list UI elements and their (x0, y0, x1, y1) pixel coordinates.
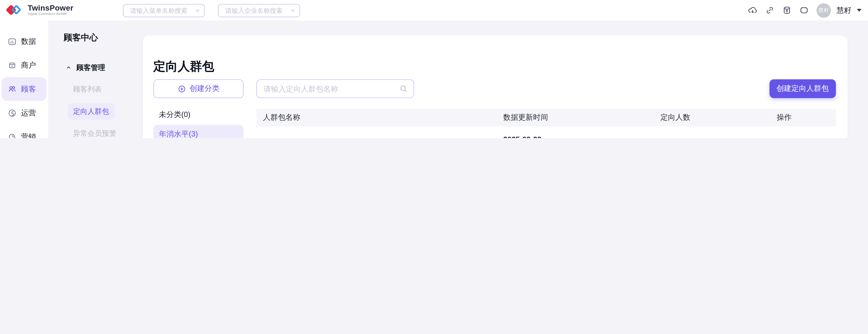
update-date: 2025-09-28 (503, 135, 654, 138)
coupon-icon[interactable] (799, 5, 809, 15)
topbar: TwinsPower Digital Commerce Builder (0, 0, 868, 21)
storefront-icon (8, 61, 17, 70)
sidebar-item-marketing[interactable]: 营销 (0, 125, 48, 138)
user-menu-caret-icon[interactable] (857, 9, 861, 12)
chevron-up-icon (66, 65, 71, 70)
create-pack-button[interactable]: 创建定向人群包 (769, 79, 836, 98)
create-category-button[interactable]: 创建分类 (153, 79, 244, 98)
category-item-active[interactable]: 年消水平(3) (153, 124, 244, 138)
brand-logo: TwinsPower Digital Commerce Builder (5, 2, 73, 18)
avatar[interactable]: 慧籽 (816, 3, 831, 18)
database-power-icon[interactable] (782, 5, 792, 15)
marketing-icon (8, 132, 17, 138)
submenu-item-label: 顾客列表 (73, 84, 102, 94)
table-row: vip私享会-年消5w以上 2025-09-28 01:37:03 41 详情 … (256, 127, 836, 138)
submenu-item-label: 定向人群包 (68, 103, 115, 120)
sidebar-item-label: 营销 (21, 132, 36, 138)
submenu-item-customer-list[interactable]: 顾客列表 (48, 79, 143, 101)
submenu-item-label: 异常会员预警 (73, 129, 116, 138)
link-icon[interactable] (765, 5, 774, 15)
column-header-updated: 数据更新时间 (497, 113, 654, 123)
chevron-down-icon (195, 7, 200, 13)
pack-search-input[interactable] (256, 79, 414, 98)
category-list: 未分类(0) 年消水平(3) 活动拉取(1) 等级会员(4) 消费力(3) 亲子… (153, 105, 244, 138)
column-header-name: 人群包名称 (256, 113, 497, 123)
sidebar-item-label: 数据 (21, 36, 36, 46)
primary-sidebar: 数据 商户 顾客 运营 营销 服务 商城 财务 (0, 21, 48, 138)
brand-name: TwinsPower (28, 4, 73, 12)
pack-search[interactable] (256, 79, 414, 98)
plus-circle-icon (178, 85, 186, 93)
bar-chart-icon (8, 37, 17, 46)
audience-pack-table: 人群包名称 数据更新时间 定向人数 操作 vip私享会-年消5w以上 2025-… (256, 109, 836, 138)
user-name[interactable]: 慧籽 (836, 5, 851, 16)
sidebar-item-label: 顾客 (21, 84, 36, 94)
submenu-title: 顾客中心 (48, 21, 143, 44)
create-category-label: 创建分类 (190, 84, 220, 94)
sidebar-item-label: 运营 (21, 108, 36, 118)
sidebar-item-label: 商户 (21, 60, 36, 70)
table-header-row: 人群包名称 数据更新时间 定向人数 操作 (256, 109, 836, 127)
submenu-group-label: 顾客管理 (76, 63, 105, 73)
sidebar-item-customer[interactable]: 顾客 (2, 77, 46, 101)
menu-search-input[interactable] (123, 4, 205, 17)
search-icon (399, 84, 408, 93)
main-content-card: 定向人群包 创建分类 创建定向人群包 未分类(0) 年消水平(3) 活动拉取(1… (143, 35, 848, 138)
sidebar-item-operations[interactable]: 运营 (0, 101, 48, 125)
menu-search-select[interactable] (123, 4, 205, 17)
sidebar-item-merchant[interactable]: 商户 (0, 53, 48, 77)
operations-icon (8, 109, 17, 117)
app-window: TwinsPower Digital Commerce Builder (0, 0, 868, 138)
cloud-download-icon[interactable] (748, 5, 757, 15)
secondary-sidebar: 顾客中心 顾客管理 顾客列表 定向人群包 异常会员预警 会员卡管理 会员卡制度 … (48, 21, 143, 138)
company-search-select[interactable] (218, 4, 300, 17)
submenu-item-abnormal-member-alert[interactable]: 异常会员预警 (48, 122, 143, 138)
company-search-input[interactable] (218, 4, 300, 17)
sidebar-item-data[interactable]: 数据 (0, 29, 48, 53)
category-item[interactable]: 未分类(0) (153, 105, 244, 124)
users-icon (8, 85, 17, 93)
submenu-item-audience-pack[interactable]: 定向人群包 (48, 101, 143, 122)
brand-tagline: Digital Commerce Builder (28, 13, 73, 16)
column-header-actions: 操作 (770, 113, 836, 123)
twinspower-logo-icon (5, 2, 23, 18)
chevron-down-icon (290, 7, 296, 13)
page-title: 定向人群包 (153, 58, 214, 75)
submenu-group-customer-mgmt[interactable]: 顾客管理 (48, 57, 143, 79)
column-header-count: 定向人数 (654, 113, 770, 123)
